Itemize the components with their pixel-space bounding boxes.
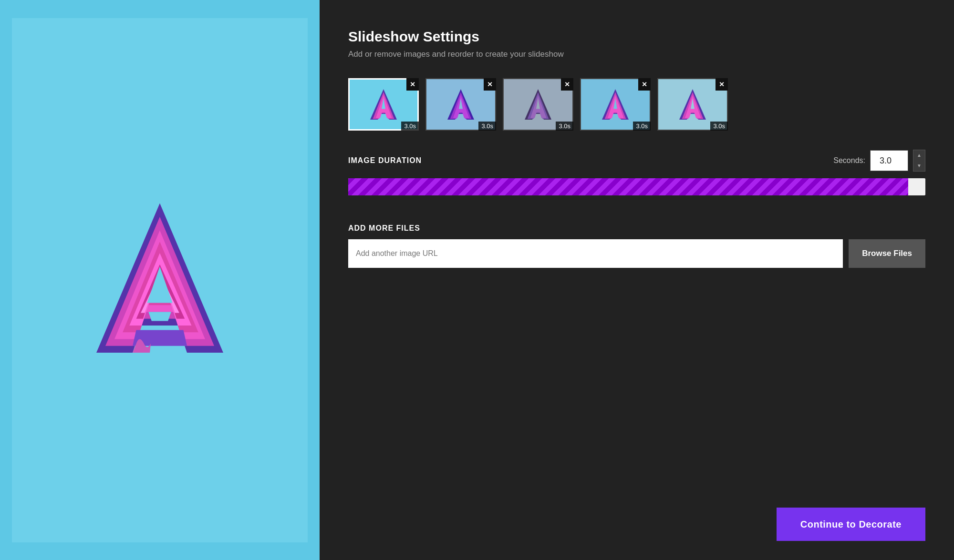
- duration-section: IMAGE DURATION Seconds: ▲ ▼: [348, 150, 925, 214]
- duration-input-group: Seconds: ▲ ▼: [833, 150, 925, 172]
- duration-value-input[interactable]: [870, 150, 908, 171]
- spinner-up-button[interactable]: ▲: [913, 150, 925, 161]
- thumbnail-duration-2: 3.0s: [478, 122, 496, 131]
- thumbnail-duration-3: 3.0s: [556, 122, 573, 131]
- thumbnail-close-5[interactable]: ✕: [716, 78, 728, 91]
- thumbnail-item-5[interactable]: ✕ 3.0s: [657, 78, 728, 131]
- thumbnail-close-3[interactable]: ✕: [561, 78, 573, 91]
- thumbnail-close-1[interactable]: ✕: [406, 78, 419, 91]
- settings-panel: Slideshow Settings Add or remove images …: [320, 0, 954, 560]
- add-files-row: Browse Files: [348, 239, 925, 268]
- thumbnail-duration-4: 3.0s: [633, 122, 651, 131]
- thumbnail-duration-1: 3.0s: [401, 122, 419, 131]
- add-files-section: ADD MORE FILES Browse Files: [348, 224, 925, 268]
- seconds-label: Seconds:: [833, 156, 865, 165]
- spinner-controls: ▲ ▼: [913, 150, 925, 172]
- thumbnail-item-3[interactable]: ✕ 3.0s: [503, 78, 573, 131]
- url-input[interactable]: [348, 239, 843, 268]
- progress-bar-fill: [348, 178, 908, 195]
- letter-a-preview: [69, 190, 250, 371]
- browse-files-button[interactable]: Browse Files: [849, 239, 925, 268]
- spinner-down-button[interactable]: ▼: [913, 161, 925, 171]
- duration-label: IMAGE DURATION: [348, 156, 422, 165]
- duration-progress-bar[interactable]: [348, 178, 925, 195]
- thumbnail-close-4[interactable]: ✕: [638, 78, 651, 91]
- thumbnail-item-4[interactable]: ✕ 3.0s: [580, 78, 651, 131]
- continue-btn-row: Continue to Decorate: [348, 508, 925, 541]
- thumbnail-duration-5: 3.0s: [710, 122, 728, 131]
- preview-image: [12, 18, 308, 542]
- settings-title: Slideshow Settings: [348, 29, 925, 45]
- preview-panel: [0, 0, 320, 560]
- duration-header: IMAGE DURATION Seconds: ▲ ▼: [348, 150, 925, 172]
- continue-to-decorate-button[interactable]: Continue to Decorate: [777, 508, 925, 541]
- add-files-label: ADD MORE FILES: [348, 224, 925, 233]
- thumbnail-item-2[interactable]: ✕ 3.0s: [425, 78, 496, 131]
- thumbnail-item-1[interactable]: ✕ 3.0s: [348, 78, 419, 131]
- settings-subtitle: Add or remove images and reorder to crea…: [348, 50, 925, 59]
- thumbnail-grid: ✕ 3.0s ✕ 3.0s: [348, 78, 925, 131]
- thumbnail-close-2[interactable]: ✕: [484, 78, 496, 91]
